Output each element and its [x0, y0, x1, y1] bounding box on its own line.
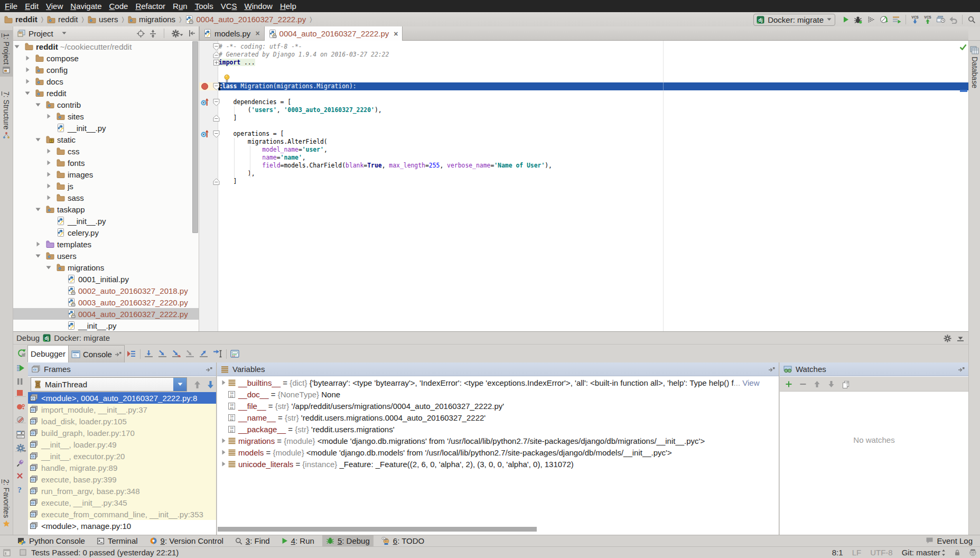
- menu-edit[interactable]: Edit: [21, 0, 42, 12]
- toolwindow-button-9-version-control[interactable]: 9: Version Control: [146, 535, 227, 547]
- tree-item-0003_auto_20160327_2220_py[interactable]: 0003_auto_20160327_2220.py: [13, 296, 199, 308]
- run-button[interactable]: [839, 13, 852, 26]
- expand-arrow-icon[interactable]: [35, 241, 41, 247]
- frame-up-icon[interactable]: [193, 380, 201, 389]
- encoding[interactable]: UTF-8: [870, 548, 893, 557]
- intention-bulb-icon[interactable]: [224, 75, 230, 83]
- hide-left-icon[interactable]: [188, 30, 195, 37]
- fold-minus-icon[interactable]: [213, 82, 220, 90]
- toolwindow-button-python-console[interactable]: Python Console: [14, 535, 89, 547]
- fold-minus-icon[interactable]: [213, 98, 220, 106]
- tree-item-docs[interactable]: docs: [13, 76, 199, 87]
- event-log-button[interactable]: Event Log: [926, 535, 973, 546]
- tree-item-__init___py[interactable]: __init__.py: [13, 215, 199, 227]
- tree-item-migrations[interactable]: migrations: [13, 262, 199, 273]
- fold-end-icon[interactable]: [213, 114, 220, 122]
- watch-minus-icon[interactable]: [799, 380, 807, 388]
- frame-row[interactable]: execute_from_command_line, __init__.py:3…: [28, 508, 216, 520]
- step-over-button[interactable]: [142, 348, 156, 360]
- float-panel-icon[interactable]: [958, 367, 965, 372]
- fold-plus-icon[interactable]: [213, 60, 219, 66]
- vcs-up-button[interactable]: VCS: [921, 13, 934, 26]
- expand-arrow-icon[interactable]: [46, 183, 51, 189]
- tree-item-reddit[interactable]: reddit ~/cookiecutter/reddit: [13, 41, 199, 52]
- toolwindow-button-3-find[interactable]: 3: Find: [231, 535, 274, 547]
- collapse-arrow-icon[interactable]: [35, 137, 41, 142]
- tree-item-taskapp[interactable]: taskapp: [13, 203, 199, 215]
- stripe-tab-database[interactable]: Database: [969, 43, 980, 91]
- variable-row[interactable]: 1001__doc__ = {NoneType} None: [217, 388, 779, 400]
- run-lines-button[interactable]: [890, 13, 903, 26]
- editor-tab-0004_auto_20160327_2222.py[interactable]: 0004_auto_20160327_2222.py×: [265, 26, 403, 41]
- tree-item-celery_py[interactable]: celery.py: [13, 227, 199, 238]
- tree-item-images[interactable]: images: [13, 169, 199, 180]
- toolwindow-button-6-todo[interactable]: 6: TODO: [378, 535, 428, 547]
- float-panel-icon[interactable]: [768, 367, 775, 372]
- tree-item-sites[interactable]: sites: [13, 110, 199, 122]
- menu-refactor[interactable]: Refactor: [132, 0, 169, 12]
- watch-up-icon[interactable]: [814, 380, 821, 388]
- tree-item-__init___py[interactable]: __init__.py: [13, 122, 199, 134]
- expand-arrow-icon[interactable]: [221, 380, 226, 385]
- collapse-arrow-icon[interactable]: [35, 207, 41, 212]
- stripe-tab-2-favorites[interactable]: 2: Favorites: [0, 476, 13, 531]
- variable-row[interactable]: models = {module} <module 'django.db.mod…: [217, 447, 779, 458]
- collapse-all-icon[interactable]: [150, 30, 156, 38]
- stripe-tab-7-structure[interactable]: 7: Structure: [0, 88, 13, 142]
- profiler-button[interactable]: [878, 13, 890, 26]
- run-to-cursor-button[interactable]: [211, 348, 225, 360]
- tree-item-0004_auto_20160327_2222_py[interactable]: 0004_auto_20160327_2222.py: [13, 308, 199, 320]
- step-into-my-code-button[interactable]: [183, 348, 197, 360]
- hide-panel-icon[interactable]: [957, 334, 964, 342]
- window-clock-button[interactable]: [934, 13, 947, 26]
- menu-code[interactable]: Code: [106, 0, 132, 12]
- overrides-marker-icon[interactable]: [200, 98, 209, 106]
- expand-arrow-icon[interactable]: [25, 67, 30, 72]
- tree-item-js[interactable]: js: [13, 180, 199, 192]
- restore-layout-icon[interactable]: [16, 431, 25, 439]
- collapse-arrow-icon[interactable]: [46, 265, 51, 270]
- close-tab-icon[interactable]: ×: [255, 29, 259, 38]
- view-breakpoints-icon[interactable]: [16, 403, 25, 412]
- fold-end-icon[interactable]: [213, 178, 220, 185]
- tree-item-users[interactable]: users: [13, 250, 199, 262]
- menu-navigate[interactable]: Navigate: [67, 0, 105, 12]
- tree-item-css[interactable]: css: [13, 145, 199, 157]
- tree-item-0001_initial_py[interactable]: 0001_initial.py: [13, 273, 199, 285]
- expand-arrow-icon[interactable]: [46, 195, 51, 200]
- watch-copy-icon[interactable]: [842, 380, 850, 388]
- combo-dropdown-button[interactable]: [173, 378, 186, 391]
- breadcrumb-item[interactable]: 0004_auto_20160327_2222.py: [185, 15, 306, 24]
- breadcrumb-item[interactable]: reddit: [4, 15, 38, 24]
- frame-row[interactable]: execute, __init__.py:345: [28, 497, 216, 508]
- watch-plus-icon[interactable]: [785, 380, 792, 388]
- editor[interactable]: # -*- coding: utf-8 -*-# Generated by Dj…: [199, 41, 968, 331]
- frame-row[interactable]: execute, base.py:399: [28, 473, 216, 485]
- vcs-branch[interactable]: Git: master: [902, 548, 946, 557]
- pin-icon[interactable]: [16, 459, 25, 468]
- watch-down-icon[interactable]: [828, 380, 835, 388]
- undo-button[interactable]: [947, 13, 959, 26]
- variable-row[interactable]: __builtins__ = {dict} {'bytearray': <typ…: [217, 377, 779, 388]
- tree-item-sass[interactable]: sass: [13, 192, 199, 203]
- fold-minus-icon[interactable]: [213, 130, 220, 138]
- expand-arrow-icon[interactable]: [46, 172, 51, 177]
- thread-selector[interactable]: MainThread: [31, 377, 187, 392]
- expand-arrow-icon[interactable]: [221, 461, 226, 467]
- pause-icon[interactable]: [16, 378, 25, 386]
- frame-row[interactable]: __init__, loader.py:49: [28, 439, 216, 450]
- tree-item-fonts[interactable]: fonts: [13, 157, 199, 169]
- debug-tab-debugger[interactable]: Debugger: [27, 345, 69, 362]
- frame-down-icon[interactable]: [207, 380, 214, 389]
- caret-position[interactable]: 8:1: [832, 548, 843, 557]
- expand-arrow-icon[interactable]: [46, 148, 51, 154]
- hector-icon[interactable]: [969, 548, 977, 556]
- expand-arrow-icon[interactable]: [46, 160, 51, 165]
- frame-row[interactable]: __init__, executor.py:20: [28, 450, 216, 462]
- breadcrumb-item[interactable]: users: [88, 15, 118, 24]
- expand-arrow-icon[interactable]: [221, 438, 226, 443]
- collapse-arrow-icon[interactable]: [14, 44, 20, 49]
- tree-item-contrib[interactable]: contrib: [13, 99, 199, 110]
- step-into-button[interactable]: [156, 348, 170, 360]
- menu-tools[interactable]: Tools: [191, 0, 217, 12]
